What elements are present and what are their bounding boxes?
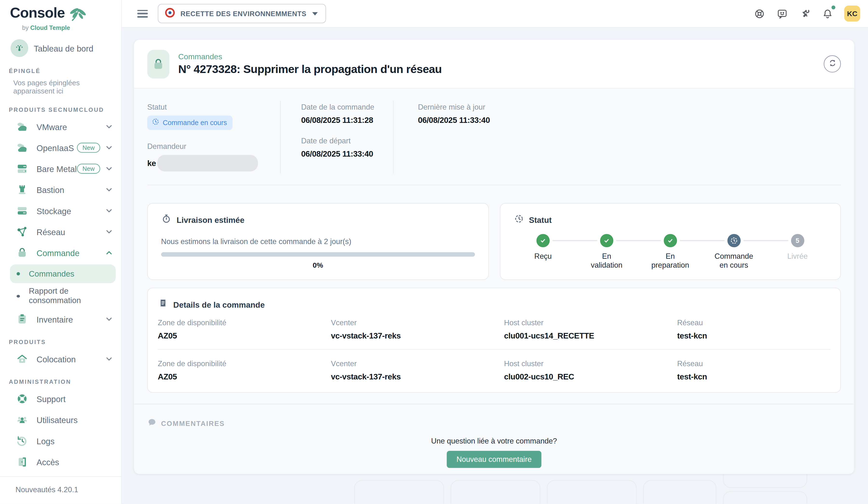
refresh-button[interactable] bbox=[824, 55, 841, 73]
sidebar-item-commande[interactable]: Commande bbox=[0, 242, 121, 263]
network-value: test-kcn bbox=[677, 331, 840, 340]
bell-icon[interactable] bbox=[822, 8, 834, 20]
clock-icon bbox=[727, 234, 741, 247]
clock-icon bbox=[152, 118, 159, 128]
help-lifebuoy-icon[interactable] bbox=[754, 8, 766, 20]
cloud-icon bbox=[16, 141, 29, 154]
lifebuoy-icon bbox=[16, 392, 29, 406]
new-comment-button[interactable]: Nouveau commentaire bbox=[446, 451, 542, 468]
status-badge-label: Commande en cours bbox=[163, 119, 227, 127]
comments-title: COMMENTAIRES bbox=[161, 419, 225, 427]
sidebar-section-secnumcloud: PRODUITS SECNUMCLOUD bbox=[0, 97, 121, 116]
tower-icon bbox=[16, 183, 29, 196]
zone-value: AZ05 bbox=[158, 372, 321, 381]
brand-logo[interactable]: Console by Cloud bbox=[0, 0, 121, 32]
order-summary: Statut Commande en cours Demandeur ke bbox=[147, 88, 841, 185]
network-icon bbox=[16, 225, 29, 238]
gauge-icon bbox=[11, 39, 28, 57]
sidebar-item-reseau[interactable]: Réseau bbox=[0, 221, 121, 242]
breadcrumb[interactable]: Commandes bbox=[178, 52, 442, 61]
chevron-down-icon bbox=[105, 228, 114, 237]
order-card: Commandes N° 4273328: Supprimer la propa… bbox=[134, 40, 854, 474]
step-livree: 5 Livrée bbox=[766, 234, 829, 270]
bullet-icon bbox=[17, 295, 20, 297]
background-tile bbox=[547, 480, 637, 504]
bag-icon bbox=[147, 49, 169, 78]
sidebar-subitem-commandes[interactable]: Commandes bbox=[10, 264, 116, 283]
sidebar-section-pinned: ÉPINGLÉ bbox=[0, 59, 121, 77]
comments-question: Une question liée à votre commande? bbox=[147, 437, 841, 445]
vcenter-value: vc-vstack-137-reks bbox=[331, 331, 494, 340]
sidebar-item-utilisateurs[interactable]: Utilisateurs bbox=[0, 409, 121, 430]
feedback-chat-icon[interactable] bbox=[776, 8, 788, 20]
check-icon bbox=[600, 234, 613, 247]
demandeur-label: Demandeur bbox=[147, 142, 280, 150]
date-commande-value: 06/08/2025 11:31:28 bbox=[301, 116, 393, 125]
sidebar-item-bare-metal[interactable]: Bare Metal New bbox=[0, 158, 121, 179]
hamburger-menu-icon[interactable] bbox=[137, 10, 148, 17]
delivery-message: Nous estimons la livraison de cette comm… bbox=[148, 226, 488, 245]
summary-col-dates: Date de la commande 06/08/2025 11:31:28 … bbox=[280, 101, 393, 174]
date-depart-label: Date de départ bbox=[301, 137, 393, 145]
avatar[interactable]: KC bbox=[844, 6, 860, 22]
sidebar-item-support[interactable]: Support bbox=[0, 388, 121, 409]
sidebar-item-stockage[interactable]: Stockage bbox=[0, 200, 121, 221]
cocarde-icon bbox=[165, 8, 175, 20]
background-tile bbox=[723, 491, 807, 504]
storage-icon bbox=[16, 204, 29, 217]
caret-down-icon bbox=[312, 12, 318, 15]
maj-value: 06/08/2025 11:33:40 bbox=[418, 116, 841, 125]
history-icon bbox=[16, 434, 29, 448]
chevron-down-icon bbox=[105, 355, 114, 364]
step-recu: Reçu bbox=[511, 234, 575, 270]
sidebar-subitem-rapport-consommation[interactable]: Rapport de consommation bbox=[10, 284, 116, 307]
background-tile bbox=[354, 480, 444, 504]
users-icon bbox=[16, 413, 29, 427]
check-icon bbox=[663, 234, 677, 247]
chevron-down-icon bbox=[105, 206, 114, 215]
network-value: test-kcn bbox=[677, 372, 840, 381]
chevron-down-icon bbox=[105, 122, 114, 131]
check-icon bbox=[537, 234, 550, 247]
environment-selector[interactable]: RECETTE DES ENVIRONNEMMENTS bbox=[158, 4, 326, 23]
sidebar-section-produits: PRODUITS bbox=[0, 329, 121, 348]
tools-icon[interactable] bbox=[799, 8, 811, 20]
order-card-body: Statut Commande en cours Demandeur ke bbox=[134, 88, 854, 468]
door-icon bbox=[16, 455, 29, 469]
details-title: Details de la commande bbox=[173, 300, 265, 309]
main-area: RECETTE DES ENVIRONNEMMENTS KC bbox=[122, 0, 868, 504]
details-panel: Details de la commande Zone de disponibi… bbox=[147, 288, 841, 393]
topbar-actions: KC bbox=[754, 6, 860, 22]
sidebar-section-administration: ADMINISTRATION bbox=[0, 370, 121, 388]
sidebar-item-colocation[interactable]: Colocation bbox=[0, 348, 121, 369]
sidebar-item-logs[interactable]: Logs bbox=[0, 430, 121, 451]
redacted-demandeur bbox=[157, 155, 258, 171]
status-badge: Commande en cours bbox=[147, 116, 233, 130]
sidebar-item-dashboard[interactable]: Tableau de bord bbox=[0, 38, 121, 59]
clipboard-icon bbox=[16, 313, 29, 326]
sidebar-item-label: Tableau de bord bbox=[34, 43, 114, 53]
cloud-icon bbox=[16, 120, 29, 133]
order-heading: Commandes N° 4273328: Supprimer la propa… bbox=[178, 52, 442, 76]
summary-col-left: Statut Commande en cours Demandeur ke bbox=[147, 101, 280, 174]
sidebar-item-vmware[interactable]: VMware bbox=[0, 116, 121, 137]
app-root: Console by Cloud bbox=[0, 0, 868, 504]
bullet-icon bbox=[17, 272, 20, 276]
page-title: N° 4273328: Supprimer la propagation d'u… bbox=[178, 62, 442, 76]
details-row-2: Zone de disponibilitéAZ05 Vcentervc-vsta… bbox=[148, 349, 840, 381]
host-cluster-value: clu001-ucs14_RECETTE bbox=[504, 331, 667, 340]
new-badge: New bbox=[77, 143, 100, 153]
vcenter-value: vc-vstack-137-reks bbox=[331, 372, 494, 381]
sidebar-item-acces[interactable]: Accès bbox=[0, 451, 121, 472]
sidebar-footer-version[interactable]: Nouveautés 4.20.1 bbox=[0, 476, 121, 504]
delivery-progressbar bbox=[161, 252, 475, 256]
sidebar-item-inventaire[interactable]: Inventaire bbox=[0, 308, 121, 329]
sidebar-item-bastion[interactable]: Bastion bbox=[0, 179, 121, 200]
step-number: 5 bbox=[791, 234, 804, 247]
delivery-progress-label: 0% bbox=[148, 261, 488, 269]
delivery-title: Livraison estimée bbox=[176, 216, 244, 224]
refresh-icon bbox=[827, 58, 837, 70]
sidebar-item-openiaas[interactable]: OpenIaaS New bbox=[0, 137, 121, 158]
chevron-down-icon bbox=[105, 315, 114, 324]
sidebar-nav: Tableau de bord ÉPINGLÉ Vos pages épingl… bbox=[0, 32, 121, 476]
